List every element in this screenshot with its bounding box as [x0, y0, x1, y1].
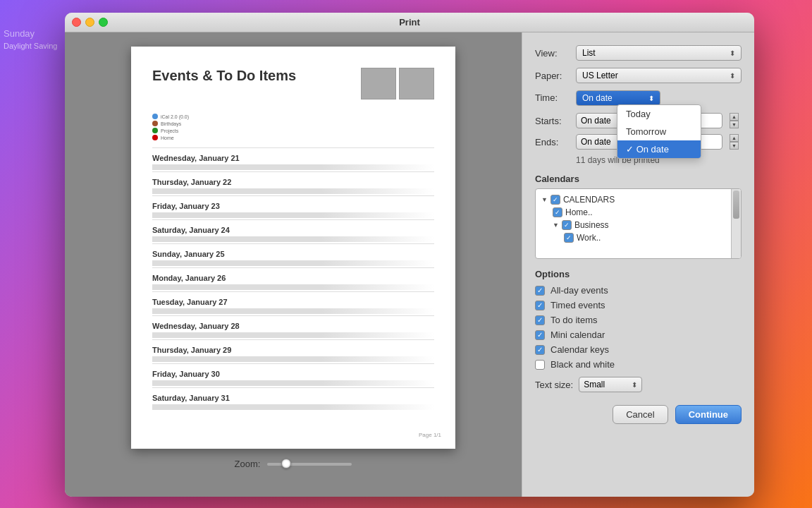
cal-triangle-root: ▼ — [541, 196, 548, 203]
titlebar: Print — [65, 13, 754, 32]
calendars-scrollbar[interactable] — [731, 189, 741, 258]
view-value: List — [582, 48, 596, 58]
cal-item-home[interactable]: ✓ Home.. — [541, 206, 735, 219]
ends-date-stepper[interactable]: ▲ ▼ — [730, 134, 739, 150]
ends-stepper-up[interactable]: ▲ — [730, 134, 739, 142]
maximize-button[interactable] — [99, 18, 108, 27]
ends-label: Ends: — [535, 137, 570, 147]
preview-day-item: Friday, January 30 — [152, 363, 434, 387]
preview-day-item: Saturday, January 24 — [152, 219, 434, 243]
option-label-0: All-day events — [550, 285, 608, 296]
checkbox-1[interactable]: ✓ — [535, 301, 545, 310]
zoom-bar: Zoom: — [235, 459, 352, 469]
preview-day-name: Wednesday, January 21 — [152, 154, 434, 162]
checkbox-3[interactable]: ✓ — [535, 330, 545, 340]
preview-day-line — [152, 188, 434, 194]
cal-checkbox-work[interactable]: ✓ — [564, 233, 574, 243]
option-item-1: ✓Timed events — [535, 300, 742, 310]
view-select[interactable]: List ⬍ — [576, 45, 742, 61]
starts-label: Starts: — [535, 116, 570, 126]
option-item-3: ✓Mini calendar — [535, 329, 742, 340]
time-option-today[interactable]: Today — [617, 105, 701, 123]
time-arrow-icon: ⬍ — [648, 95, 654, 102]
button-row: Cancel Continue — [535, 405, 742, 424]
time-select[interactable]: On date ⬍ — [576, 90, 660, 106]
page-preview: Events & To Do Items iCal 2.0 (0.0) Birt… — [131, 47, 455, 449]
cal-checkbox-business[interactable]: ✓ — [562, 220, 572, 230]
text-size-arrow-icon: ⬍ — [632, 381, 637, 389]
paper-value: US Letter — [582, 71, 618, 80]
mini-calendars — [361, 68, 434, 99]
legend-dot-blue — [152, 114, 158, 119]
preview-day-name: Thursday, January 29 — [152, 346, 434, 354]
page-number: Page 1/1 — [419, 432, 441, 438]
starts-stepper-up[interactable]: ▲ — [730, 113, 739, 121]
time-option-ondate[interactable]: On date — [617, 140, 701, 158]
preview-day-line — [152, 380, 434, 386]
zoom-slider[interactable] — [267, 463, 352, 466]
preview-day-name: Saturday, January 31 — [152, 394, 434, 402]
paper-arrow-icon: ⬍ — [730, 72, 735, 80]
preview-day-line — [152, 308, 434, 314]
cal-item-work[interactable]: ✓ Work.. — [541, 231, 735, 244]
legend-text-3: Projects — [161, 128, 178, 133]
continue-button[interactable]: Continue — [675, 405, 742, 424]
option-label-4: Calendar keys — [550, 344, 609, 355]
preview-day-name: Monday, January 26 — [152, 274, 434, 282]
ends-stepper-down[interactable]: ▼ — [730, 142, 739, 150]
calendars-box[interactable]: ▼ ✓ CALENDARS ✓ Home.. ▼ ✓ Business — [535, 188, 742, 259]
print-dialog: Print Events & To Do Items iCal 2.0 (0.0… — [65, 13, 754, 497]
text-size-label: Text size: — [535, 380, 573, 390]
options-section-title: Options — [535, 269, 742, 279]
checkbox-5[interactable] — [535, 360, 545, 370]
minimize-button[interactable] — [85, 18, 94, 27]
cal-checkbox-root[interactable]: ✓ — [550, 195, 560, 205]
legend-dot-red — [152, 135, 158, 140]
legend-text-1: iCal 2.0 (0.0) — [161, 114, 189, 119]
scrollbar-thumb[interactable] — [733, 190, 739, 219]
preview-day-name: Sunday, January 25 — [152, 250, 434, 258]
option-label-5: Black and white — [550, 359, 615, 370]
option-label-1: Timed events — [550, 300, 605, 310]
preview-day-item: Friday, January 23 — [152, 195, 434, 219]
zoom-thumb[interactable] — [281, 459, 291, 468]
preview-legend: iCal 2.0 (0.0) Birthdays Projects Home — [152, 114, 434, 140]
option-item-0: ✓All-day events — [535, 285, 742, 296]
legend-item-2: Birthdays — [152, 121, 434, 126]
cancel-button[interactable]: Cancel — [613, 405, 668, 424]
cal-triangle-business: ▼ — [553, 222, 559, 229]
bg-banner: Daylight Saving — [4, 42, 60, 50]
text-size-select[interactable]: Small ⬍ — [579, 377, 642, 392]
calendars-section-title: Calendars — [535, 174, 742, 184]
time-dropdown[interactable]: Today Tomorrow On date — [617, 104, 701, 159]
preview-days-container: Wednesday, January 21Thursday, January 2… — [152, 147, 434, 411]
window-controls — [72, 18, 108, 27]
ends-option-value: On date — [581, 137, 611, 147]
starts-date-stepper[interactable]: ▲ ▼ — [730, 113, 739, 128]
preview-day-item: Tuesday, January 27 — [152, 291, 434, 315]
options-list: ✓All-day events✓Timed events✓To do items… — [535, 285, 742, 370]
preview-day-name: Tuesday, January 27 — [152, 298, 434, 306]
option-item-2: ✓To do items — [535, 315, 742, 325]
option-label-3: Mini calendar — [550, 329, 605, 340]
close-button[interactable] — [72, 18, 81, 27]
bg-day-label: Sunday — [4, 28, 60, 39]
time-option-tomorrow[interactable]: Tomorrow — [617, 123, 701, 140]
paper-select[interactable]: US Letter ⬍ — [576, 68, 742, 83]
checkbox-4[interactable]: ✓ — [535, 345, 545, 355]
checkbox-2[interactable]: ✓ — [535, 315, 545, 325]
starts-stepper-down[interactable]: ▼ — [730, 121, 739, 128]
cal-checkbox-home[interactable]: ✓ — [553, 207, 562, 217]
cal-item-root[interactable]: ▼ ✓ CALENDARS — [541, 193, 735, 206]
controls-panel: View: List ⬍ Paper: US Letter ⬍ Time: — [522, 32, 754, 497]
preview-day-item: Monday, January 26 — [152, 267, 434, 291]
cal-item-business[interactable]: ▼ ✓ Business — [541, 219, 735, 231]
time-value: On date — [582, 93, 613, 103]
option-item-4: ✓Calendar keys — [535, 344, 742, 355]
legend-item-4: Home — [152, 135, 434, 140]
preview-panel: Events & To Do Items iCal 2.0 (0.0) Birt… — [65, 32, 522, 497]
checkbox-0[interactable]: ✓ — [535, 286, 545, 296]
legend-text-4: Home — [161, 135, 174, 140]
option-item-5: Black and white — [535, 359, 742, 370]
legend-dot-brown — [152, 121, 158, 126]
